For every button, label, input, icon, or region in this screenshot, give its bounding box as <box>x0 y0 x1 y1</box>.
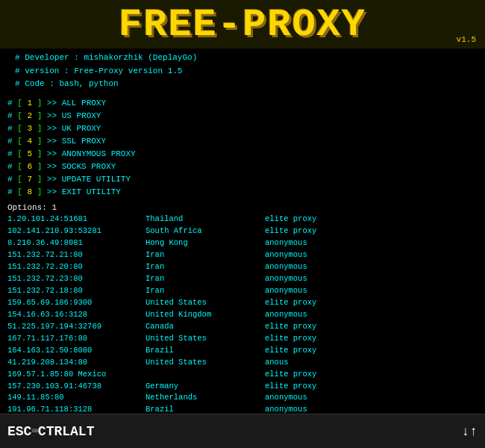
proxy-row: 169.57.1.85:80 Mexicoelite proxy <box>7 369 478 381</box>
proxy-row: 154.16.63.16:3128United Kingdomanonymous <box>7 309 478 321</box>
menu-item-4[interactable]: # [ 4 ] >> SSL PROXY <box>7 135 478 148</box>
proxy-row: 157.230.103.91:46738Germanyelite proxy <box>7 381 478 393</box>
proxy-row: 167.71.117.176:80United Stateselite prox… <box>7 333 478 345</box>
keyboard-icon: ⌨ <box>31 425 37 438</box>
logo-text: FREE-PROXY <box>7 6 478 45</box>
menu-item-5[interactable]: # [ 5 ] >> ANONYMOUS PROXY <box>7 148 478 161</box>
proxy-row: 102.141.210.93:53281South Africaelite pr… <box>7 225 478 237</box>
esc-key[interactable]: ESC <box>7 424 31 439</box>
alt-key[interactable]: ALT <box>70 424 94 439</box>
proxy-row: 1.20.101.24:51681Thailandelite proxy <box>7 214 478 225</box>
menu-item-7[interactable]: # [ 7 ] >> UPDATE UTILITY <box>7 173 478 186</box>
up-arrow-key[interactable]: ↑ <box>469 424 478 439</box>
logo-area: FREE-PROXY v1.5 <box>0 0 485 49</box>
proxy-row: 151.232.72.23:80Irananonymous <box>7 273 478 285</box>
options-line: Options: 1 <box>0 202 485 214</box>
proxy-row: 151.232.72.21:80Irananonymous <box>7 249 478 261</box>
proxy-row: 151.232.72.20:80Irananonymous <box>7 261 478 273</box>
ctrl-key[interactable]: CTRL <box>38 424 70 439</box>
version-label: v1.5 <box>457 35 476 44</box>
info-area: # Developer : mishakorzhik (DeplayGo) # … <box>0 49 485 94</box>
info-version: # version : Free-Proxy version 1.5 <box>15 65 470 78</box>
menu-item-3[interactable]: # [ 3 ] >> UK PROXY <box>7 122 478 135</box>
proxy-row: 191.96.71.118:3128Brazilanonymous <box>7 404 478 414</box>
menu-item-6[interactable]: # [ 6 ] >> SOCKS PROXY <box>7 161 478 173</box>
proxy-row: 51.225.197.194:32769Canadaelite proxy <box>7 321 478 333</box>
proxy-row: 164.163.12.50:8080Brazilelite proxy <box>7 345 478 357</box>
menu-item-2[interactable]: # [ 2 ] >> US PROXY <box>7 110 478 122</box>
proxy-row: 151.232.72.18:80Irananonymous <box>7 285 478 297</box>
proxy-row: 41.219.208.134:80United Statesanous <box>7 357 478 369</box>
main-container: FREE-PROXY v1.5 # Developer : mishakorzh… <box>0 0 485 448</box>
info-developer: # Developer : mishakorzhik (DeplayGo) <box>15 52 470 65</box>
proxy-table: 1.20.101.24:51681Thailandelite proxy102.… <box>0 214 485 414</box>
proxy-row: 149.11.85:80Netherlandsanonymous <box>7 392 478 404</box>
info-code: # Code : bash, python <box>15 78 470 91</box>
proxy-row: 159.65.69.186:9300United Stateselite pro… <box>7 297 478 309</box>
menu-item-8[interactable]: # [ 8 ] >> EXIT UTILITY <box>7 186 478 199</box>
bottom-bar: ESC ⌨ CTRL ALT ↓ ↑ <box>0 414 485 448</box>
menu-item-1[interactable]: # [ 1 ] >> ALL PROXY <box>7 97 478 110</box>
proxy-row: 8.210.36.49:8081Hong Konganonymous <box>7 237 478 249</box>
down-arrow-key[interactable]: ↓ <box>461 424 469 439</box>
menu-area: # [ 1 ] >> ALL PROXY# [ 2 ] >> US PROXY#… <box>0 94 485 202</box>
